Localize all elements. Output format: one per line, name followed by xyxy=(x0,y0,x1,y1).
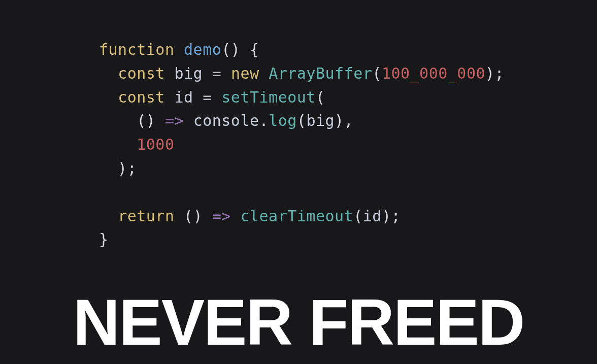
code-token: function xyxy=(99,41,175,58)
code-token: } xyxy=(99,230,109,248)
code-token: = xyxy=(203,88,212,106)
code-token xyxy=(99,136,137,153)
code-token: () { xyxy=(221,41,259,58)
code-token: ( xyxy=(372,64,382,82)
code-token: ), xyxy=(335,112,353,129)
code-token: () xyxy=(99,112,165,129)
code-token: => xyxy=(212,207,231,225)
code-token: const xyxy=(118,88,165,106)
code-token xyxy=(259,64,269,82)
code-token: ); xyxy=(382,207,401,225)
code-token: return xyxy=(118,207,174,225)
code-line: 1000 xyxy=(99,136,175,153)
code-token: new xyxy=(231,64,259,82)
code-token: console xyxy=(193,112,259,129)
code-token xyxy=(231,207,241,225)
code-token: ); xyxy=(485,64,504,82)
caption-text: NEVER FREED xyxy=(0,290,597,355)
code-token: setTimeout xyxy=(221,88,316,106)
code-token xyxy=(175,41,184,58)
code-token: id xyxy=(363,207,382,225)
code-line: () => console.log(big), xyxy=(99,112,353,129)
code-token: big xyxy=(306,112,335,129)
code-token: () xyxy=(175,207,212,225)
code-token: log xyxy=(269,112,297,129)
code-token xyxy=(165,64,175,82)
code-token: ( xyxy=(316,88,325,106)
code-token: ( xyxy=(353,207,363,225)
code-line: } xyxy=(99,230,109,248)
code-token xyxy=(184,112,193,129)
code-line: ); xyxy=(99,159,137,177)
code-token: . xyxy=(259,112,269,129)
code-line: function demo() { xyxy=(99,41,259,58)
code-line: const big = new ArrayBuffer(100_000_000)… xyxy=(99,64,504,82)
code-token: id xyxy=(175,88,193,106)
code-token xyxy=(212,88,222,106)
code-token: const xyxy=(118,64,165,82)
code-line: return () => clearTimeout(id); xyxy=(99,207,401,225)
code-token: demo xyxy=(184,41,221,58)
code-token: ( xyxy=(297,112,307,129)
code-line: const id = setTimeout( xyxy=(99,88,325,106)
code-token: ArrayBuffer xyxy=(269,64,372,82)
code-token xyxy=(221,64,231,82)
code-token xyxy=(99,88,118,106)
code-token: => xyxy=(165,112,184,129)
code-token: clearTimeout xyxy=(240,207,353,225)
code-token: = xyxy=(212,64,222,82)
code-snippet: function demo() { const big = new ArrayB… xyxy=(99,38,504,252)
code-token: big xyxy=(175,64,203,82)
code-token: ); xyxy=(99,159,137,177)
code-token: 100_000_000 xyxy=(382,64,485,82)
code-token xyxy=(203,64,212,82)
code-token xyxy=(99,64,118,82)
code-token xyxy=(193,88,203,106)
code-token xyxy=(99,207,118,225)
code-token: 1000 xyxy=(137,136,174,153)
code-token xyxy=(165,88,175,106)
